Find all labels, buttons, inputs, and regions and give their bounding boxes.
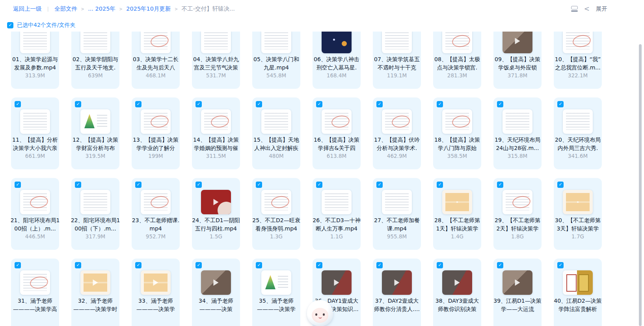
file-checkbox[interactable]: ✓ [15,262,21,268]
file-card[interactable]: ✓ 14、【提高】决策 学婚姻的预测与催 311.5M [192,97,240,169]
file-card[interactable]: ✓ 06、决策学八神击 刑空亡入墓马星. 168.4M [313,32,361,89]
assistant-mascot-icon[interactable] [307,300,333,326]
file-checkbox[interactable]: ✓ [376,101,383,107]
file-card[interactable]: ✓ 07、决策学筑基五 不遇时与十干克 119.1M [373,32,421,89]
file-name[interactable]: 39、江易D1—决策 学——大运流 [489,297,546,313]
file-checkbox[interactable]: ✓ [75,262,81,268]
select-all-checkbox[interactable]: ✓ [7,22,13,28]
file-checkbox[interactable]: ✓ [376,262,383,268]
file-checkbox[interactable]: ✓ [437,262,443,268]
file-name[interactable]: 07、决策学筑基五 不遇时与十干克 [369,55,425,72]
file-card[interactable]: ✓ 24、不工D1—阴阳 五行与四柱.mp4 1.5G [192,178,240,250]
file-card[interactable]: ✓ 38、DAY3壹成大 师教你识别决策 [433,259,481,326]
file-checkbox[interactable]: ✓ [75,101,81,107]
file-name[interactable]: 02、决策学阴阳与 五行及天干地支. [67,55,124,72]
file-card[interactable]: ✓ 18、【提高】决策 学八门阵与原始 358.5M [433,97,481,169]
file-name[interactable]: 06、决策学八神击 刑空亡入墓马星. [308,55,365,72]
file-checkbox[interactable]: ✓ [195,262,202,268]
file-name[interactable]: 34、涵予老师 ————决策 [188,297,244,313]
file-card[interactable]: ✓ 16、【提高】决策 学择吉&关于四 613.8M [313,97,361,169]
file-checkbox[interactable]: ✓ [316,101,322,107]
file-name[interactable]: 25、不工D2—旺衰 看身强身弱.mp4 [248,216,305,233]
file-checkbox[interactable]: ✓ [135,101,141,107]
file-checkbox[interactable]: ✓ [195,101,202,107]
file-name[interactable]: 32、涵予老师 ————决策学时 [67,297,124,313]
file-checkbox[interactable]: ✓ [437,101,443,107]
file-card[interactable]: ✓ 10、【提高】“我” 之总我宫位断.m... 322.1M [554,32,602,89]
file-name[interactable]: 28、【不工老师第 1天】轩辕决策学 [429,216,486,233]
file-card[interactable]: ✓ 08、【提高】太极 点与决策学锁宫. 281.3M [433,32,481,89]
file-name[interactable]: 21、阳宅环境布局1 00招（上）.m... [7,216,63,233]
file-checkbox[interactable]: ✓ [316,262,322,268]
scrollbar-thumb[interactable] [639,44,642,326]
file-name[interactable]: 17、【提高】伏吟 分析与决策学术. [369,136,425,152]
file-card[interactable]: ✓ 32、涵予老师 ————决策学时 [71,259,119,326]
file-name[interactable]: 09、【提高】决策 学饭桌与外应锁 [489,55,546,72]
view-mode-icon[interactable] [571,6,578,12]
file-name[interactable]: 30、【不工老师第 3天】轩辕决策学 [549,216,606,233]
file-card[interactable]: ✓ 03、决策学十二长 生及先与后天八 468.1M [132,32,180,89]
file-name[interactable]: 16、【提高】决策 学择吉&关于四 [308,136,365,152]
file-checkbox[interactable]: ✓ [497,262,503,268]
file-checkbox[interactable]: ✓ [256,262,262,268]
file-checkbox[interactable]: ✓ [256,182,262,188]
file-name[interactable]: 08、【提高】太极 点与决策学锁宫. [429,55,486,72]
file-checkbox[interactable]: ✓ [316,182,322,188]
file-name[interactable]: 13、【提高】决策 学学业的了解分 [127,136,184,152]
file-checkbox[interactable]: ✓ [497,101,503,107]
file-card[interactable]: ✓ 21、阳宅环境布局1 00招（上）.m... 446.5M [11,178,59,250]
file-checkbox[interactable]: ✓ [497,182,503,188]
file-card[interactable]: ✓ 19、天纪环境布局 24山与28宿.m... 315.8M [493,97,542,169]
file-name[interactable]: 35、涵予老师 ————决策学 [248,297,305,313]
file-checkbox[interactable]: ✓ [135,182,141,188]
file-card[interactable]: ✓ 22、阳宅环境布局1 00招（下）.m... 317.9M [71,178,119,250]
file-checkbox[interactable]: ✓ [256,101,262,107]
back-link[interactable]: 返回上一级 [13,5,42,13]
file-card[interactable]: ✓ 35、涵予老师 ————决策学 [252,259,300,326]
file-name[interactable]: 18、【提高】决策 学八门阵与原始 [429,136,486,152]
file-checkbox[interactable]: ✓ [15,182,21,188]
chevron-left-icon[interactable]: < [584,6,590,12]
file-checkbox[interactable]: ✓ [557,262,564,268]
file-name[interactable]: 10、【提高】“我” 之总我宫位断.m... [549,55,606,72]
file-name[interactable]: 31、涵予老师 ————决策学高 [7,297,63,313]
file-name[interactable]: 19、天纪环境布局 24山与28宿.m... [489,136,546,152]
file-name[interactable]: 03、决策学十二长 生及先与后天八 [127,55,184,72]
file-name[interactable]: 37、DAY2壹成大 师教你分清贵人.... [369,297,425,313]
file-card[interactable]: ✓ 02、决策学阴阳与 五行及天干地支. 639M [71,32,119,89]
file-checkbox[interactable]: ✓ [15,101,21,107]
breadcrumb-item[interactable]: 2025年10月更新 [126,6,171,12]
file-checkbox[interactable]: ✓ [557,101,564,107]
file-card[interactable]: ✓ 31、涵予老师 ————决策学高 [11,259,59,326]
file-checkbox[interactable]: ✓ [376,182,383,188]
file-card[interactable]: ✓ 33、涵予老师 ————决策学 [132,259,180,326]
file-card[interactable]: ✓ 17、【提高】伏吟 分析与决策学术. 462.9M [373,97,421,169]
file-name[interactable]: 33、涵予老师 ————决策学 [127,297,184,313]
file-name[interactable]: 38、DAY3壹成大 师教你识别决策 [429,297,486,313]
file-name[interactable]: 05、决策学八门和 九星.mp4 [248,55,305,72]
file-name[interactable]: 12、【提高】决策 学财富分析与布 [67,136,124,152]
file-name[interactable]: 14、【提高】决策 学婚姻的预测与催 [188,136,244,152]
file-card[interactable]: ✓ 26、不工D3—十神 断人生万事.mp4 1.1G [313,178,361,250]
file-checkbox[interactable]: ✓ [195,182,202,188]
file-name[interactable]: 22、阳宅环境布局1 00招（下）.m... [67,216,124,233]
file-card[interactable]: ✓ 12、【提高】决策 学财富分析与布 319.5M [71,97,119,169]
file-card[interactable]: ✓ 40、江易D2—决策 学阵法富贵解析 [554,259,602,326]
file-name[interactable]: 23、不工老师赠课. mp4 [127,216,184,233]
file-card[interactable]: ✓ 27、不工老师加餐 课.mp4 955.8M [373,178,421,250]
file-card[interactable]: ✓ 01、决策学起源与 发展及参数.mp4 313.9M [11,32,59,89]
file-card[interactable]: ✓ 29、【不工老师第 2天】轩辕决策学 1.8G [493,178,542,250]
file-name[interactable]: 40、江易D2—决策 学阵法富贵解析 [549,297,606,313]
file-card[interactable]: ✓ 15、【提高】天地 人神出入定封解疾 480M [252,97,300,169]
file-card[interactable]: ✓ 25、不工D2—旺衰 看身强身弱.mp4 1.3G [252,178,300,250]
file-card[interactable]: ✓ 20、天纪环境布局 内外局三吉六秀. 341.6M [554,97,602,169]
file-name[interactable]: 20、天纪环境布局 内外局三吉六秀. [549,136,606,152]
file-card[interactable]: ✓ 04、决策学八卦九 宫及三元节气决策 531.7M [192,32,240,89]
file-name[interactable]: 24、不工D1—阴阳 五行与四柱.mp4 [188,216,244,233]
file-card[interactable]: ✓ 34、涵予老师 ————决策 [192,259,240,326]
file-checkbox[interactable]: ✓ [437,182,443,188]
file-name[interactable]: 01、决策学起源与 发展及参数.mp4 [7,55,63,72]
file-name[interactable]: 15、【提高】天地 人神出入定封解疾 [248,136,305,152]
file-name[interactable]: 29、【不工老师第 2天】轩辕决策学 [489,216,546,233]
breadcrumb-item[interactable]: 全部文件 [54,6,77,12]
